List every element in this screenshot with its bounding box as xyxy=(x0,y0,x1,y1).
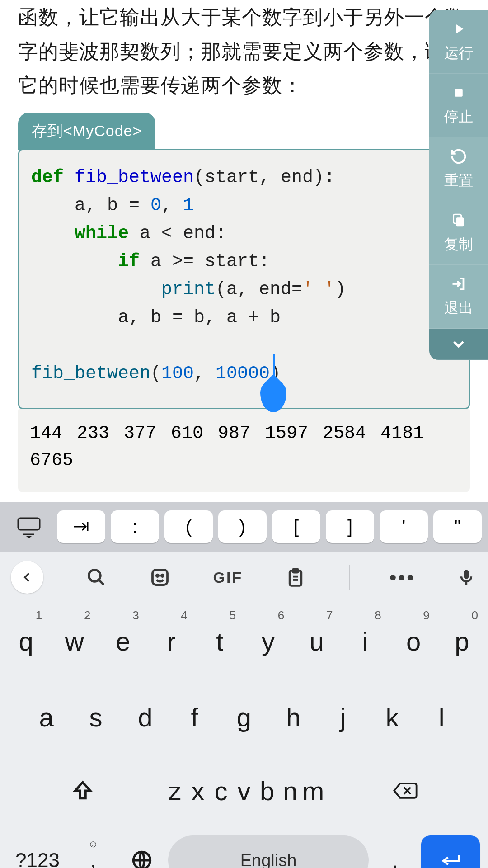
key-r[interactable]: 4r xyxy=(147,603,196,679)
document-pane[interactable]: 函数可以同时接收多个参数。比如，我们可以写一个 函数，让它输出从大于某个数字到小… xyxy=(0,0,488,502)
code-line: fib_between(100, 10000) xyxy=(31,360,457,388)
gif-button[interactable]: GIF xyxy=(213,569,243,586)
key-row-2: asdfghjkl xyxy=(2,679,486,755)
backspace-key[interactable] xyxy=(325,755,486,826)
key-t[interactable]: 5t xyxy=(196,603,244,679)
key-g[interactable]: g xyxy=(219,679,268,755)
shift-key[interactable] xyxy=(2,755,163,826)
copy-icon xyxy=(449,210,469,230)
symbol-row: : ( ) [ ] ' " xyxy=(0,502,488,552)
chevron-down-icon xyxy=(449,334,469,354)
code-line: def fib_between(start, end): xyxy=(31,164,457,192)
language-key[interactable] xyxy=(119,835,164,868)
code-line: if a >= start: xyxy=(31,248,457,276)
alpha-keys: 1q2w3e4r5t6y7u8i9o0p asdfghjkl zxcvbnm xyxy=(0,603,488,826)
mic-icon[interactable] xyxy=(455,566,477,588)
svg-rect-0 xyxy=(455,89,463,97)
run-label: 运行 xyxy=(444,43,473,63)
code-line: a, b = 0, 1 xyxy=(31,192,457,220)
key-x[interactable]: x xyxy=(186,776,209,806)
open-bracket-key[interactable]: [ xyxy=(272,510,320,543)
key-m[interactable]: m xyxy=(302,776,325,806)
more-icon[interactable]: ••• xyxy=(392,566,413,588)
output-line: 6765 xyxy=(30,447,458,474)
key-y[interactable]: 6y xyxy=(244,603,292,679)
key-k[interactable]: k xyxy=(367,679,417,755)
symbols-mode-key[interactable]: ?123 xyxy=(8,835,67,868)
space-key[interactable]: English xyxy=(168,835,369,868)
period-key[interactable]: . xyxy=(372,835,418,868)
code-toolbar: 运行 停止 重置 复制 退出 xyxy=(429,10,488,360)
key-o[interactable]: 9o xyxy=(389,603,438,679)
svg-point-9 xyxy=(157,575,159,576)
key-j[interactable]: j xyxy=(318,679,367,755)
code-output: 144 233 377 610 987 1597 2584 4181 6765 xyxy=(18,406,470,492)
search-icon[interactable] xyxy=(85,566,107,588)
key-i[interactable]: 8i xyxy=(341,603,389,679)
key-row-3-letters: zxcvbnm xyxy=(163,776,324,806)
key-w[interactable]: 2w xyxy=(50,603,99,679)
key-v[interactable]: v xyxy=(232,776,255,806)
tab-key[interactable] xyxy=(57,510,105,543)
clipboard-icon[interactable] xyxy=(285,566,306,588)
code-line: print(a, end=' ') xyxy=(31,276,457,304)
prose-line: 字的斐波那契数列；那就需要定义两个参数，调用 xyxy=(18,40,465,62)
prose-line: 它的时候也需要传递两个参数： xyxy=(18,74,303,96)
open-paren-key[interactable]: ( xyxy=(164,510,213,543)
code-editor[interactable]: def fib_between(start, end): a, b = 0, 1… xyxy=(18,149,470,409)
hide-keyboard-button[interactable] xyxy=(6,502,52,552)
key-n[interactable]: n xyxy=(279,776,302,806)
exit-label: 退出 xyxy=(444,298,473,318)
key-e[interactable]: 3e xyxy=(99,603,147,679)
play-icon xyxy=(449,19,469,39)
stop-label: 停止 xyxy=(444,107,473,127)
copy-label: 复制 xyxy=(444,235,473,255)
output-line: 144 233 377 610 987 1597 2584 4181 xyxy=(30,420,458,447)
svg-point-10 xyxy=(162,575,164,576)
key-d[interactable]: d xyxy=(121,679,170,755)
close-paren-key[interactable]: ) xyxy=(218,510,267,543)
stop-button[interactable]: 停止 xyxy=(429,74,488,137)
stop-icon xyxy=(449,83,469,103)
run-button[interactable]: 运行 xyxy=(429,10,488,74)
save-to-mycode-button[interactable]: 存到<MyCode> xyxy=(18,113,155,150)
key-row-1: 1q2w3e4r5t6y7u8i9o0p xyxy=(2,603,486,679)
copy-button[interactable]: 复制 xyxy=(429,201,488,265)
key-p[interactable]: 0p xyxy=(438,603,486,679)
exit-icon xyxy=(449,274,469,294)
keyboard: : ( ) [ ] ' " GIF ••• 1q2w3e4r5t6y7u8i9o… xyxy=(0,502,488,868)
code-line xyxy=(31,332,457,360)
sticker-icon[interactable] xyxy=(149,566,171,588)
key-f[interactable]: f xyxy=(170,679,219,755)
keyboard-bottom-row: ?123 ☺ , English . xyxy=(0,826,488,868)
exit-button[interactable]: 退出 xyxy=(429,265,488,329)
enter-key[interactable] xyxy=(421,835,480,868)
key-q[interactable]: 1q xyxy=(2,603,50,679)
colon-key[interactable]: : xyxy=(111,510,159,543)
key-b[interactable]: b xyxy=(256,776,279,806)
svg-rect-8 xyxy=(153,570,168,585)
double-quote-key[interactable]: " xyxy=(433,510,482,543)
keyboard-collapse-button[interactable] xyxy=(11,561,43,594)
key-h[interactable]: h xyxy=(269,679,318,755)
key-l[interactable]: l xyxy=(417,679,466,755)
code-line: while a < end: xyxy=(31,220,457,248)
key-s[interactable]: s xyxy=(71,679,120,755)
svg-rect-3 xyxy=(18,518,40,530)
key-z[interactable]: z xyxy=(163,776,186,806)
key-row-3: zxcvbnm xyxy=(2,755,486,826)
divider xyxy=(349,565,350,590)
key-c[interactable]: c xyxy=(209,776,232,806)
code-line: a, b = b, a + b xyxy=(31,304,457,332)
key-u[interactable]: 7u xyxy=(292,603,341,679)
comma-key[interactable]: ☺ , xyxy=(70,835,116,868)
collapse-toolbar-button[interactable] xyxy=(429,329,488,360)
reset-button[interactable]: 重置 xyxy=(429,137,488,201)
svg-point-6 xyxy=(89,570,101,582)
key-a[interactable]: a xyxy=(22,679,71,755)
close-bracket-key[interactable]: ] xyxy=(326,510,374,543)
reset-label: 重置 xyxy=(444,171,473,191)
paragraph-text: 函数可以同时接收多个参数。比如，我们可以写一个 函数，让它输出从大于某个数字到小… xyxy=(18,0,470,103)
single-quote-key[interactable]: ' xyxy=(380,510,428,543)
prose-line: 函数，让它输出从大于某个数字到小于另外一个数 xyxy=(18,6,465,28)
